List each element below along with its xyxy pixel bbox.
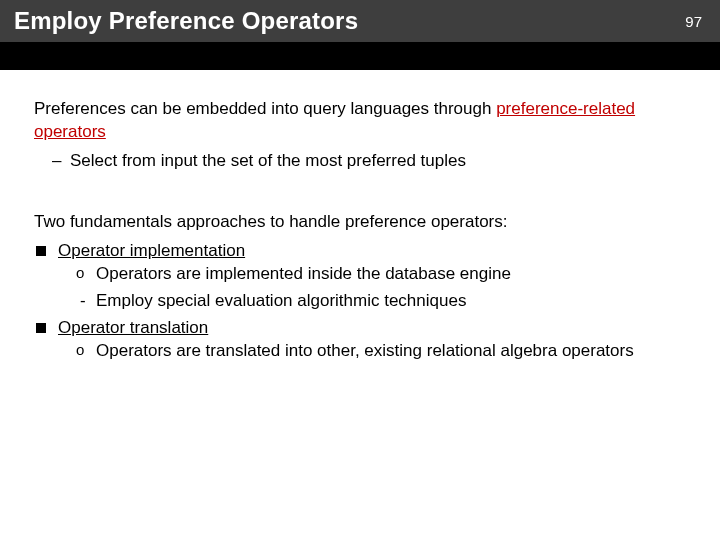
intro-bullet-item: Select from input the set of the most pr… xyxy=(52,150,690,173)
header-underline xyxy=(0,42,720,70)
slide-title: Employ Preference Operators xyxy=(14,7,358,35)
approach-implementation-subdetail: Employ special evaluation algorithmic te… xyxy=(80,290,690,313)
approach-implementation-label: Operator implementation xyxy=(58,241,245,260)
approach-implementation-subdetails: Employ special evaluation algorithmic te… xyxy=(80,290,690,313)
approach-implementation-details: Operators are implemented inside the dat… xyxy=(76,263,690,286)
page-number: 97 xyxy=(685,13,702,30)
intro-paragraph: Preferences can be embedded into query l… xyxy=(34,98,690,144)
approaches-paragraph: Two fundamentals approaches to handle pr… xyxy=(34,211,690,234)
approach-translation-details: Operators are translated into other, exi… xyxy=(76,340,690,363)
approach-translation-label: Operator translation xyxy=(58,318,208,337)
approach-item-implementation: Operator implementation Operators are im… xyxy=(34,240,690,313)
intro-text: Preferences can be embedded into query l… xyxy=(34,99,496,118)
slide-header: Employ Preference Operators 97 xyxy=(0,0,720,42)
slide-body: Preferences can be embedded into query l… xyxy=(0,70,720,362)
intro-bullets: Select from input the set of the most pr… xyxy=(52,150,690,173)
approach-implementation-detail: Operators are implemented inside the dat… xyxy=(76,263,690,286)
approach-item-translation: Operator translation Operators are trans… xyxy=(34,317,690,363)
approach-translation-detail: Operators are translated into other, exi… xyxy=(76,340,690,363)
approaches-list: Operator implementation Operators are im… xyxy=(34,240,690,363)
